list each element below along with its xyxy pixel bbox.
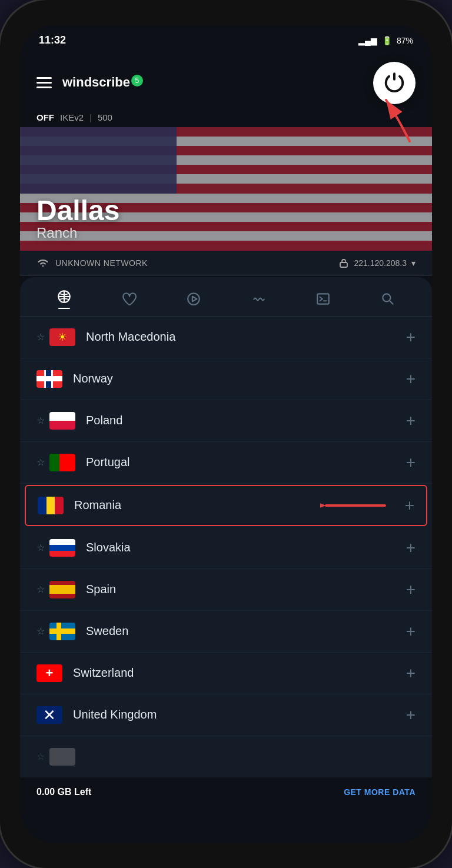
star-icon-slovakia: ☆ <box>36 542 45 553</box>
data-left: 0.00 GB Left <box>36 787 91 797</box>
star-icon-poland: ☆ <box>36 415 45 426</box>
add-spain-button[interactable]: + <box>406 581 416 598</box>
network-label: UNKNOWN NETWORK <box>55 258 148 268</box>
country-item-switzerland[interactable]: Switzerland + <box>20 653 432 694</box>
header: windscribe5 <box>20 56 432 110</box>
add-portugal-button[interactable]: + <box>406 454 416 471</box>
flag-switzerland <box>36 664 62 682</box>
tab-search[interactable] <box>374 289 401 309</box>
network-info: UNKNOWN NETWORK <box>36 258 148 268</box>
svg-point-9 <box>383 294 390 301</box>
arrow-to-power-icon <box>374 94 421 147</box>
chevron-down-icon: ▾ <box>411 258 416 268</box>
tabs-row <box>20 277 432 317</box>
notch <box>179 0 273 21</box>
country-item-united-kingdom[interactable]: United Kingdom + <box>20 694 432 736</box>
logo: windscribe5 <box>62 75 143 90</box>
flag-spain <box>49 581 75 598</box>
phone-frame: 11:32 ▂▄▆ 🔋 87% windscribe5 <box>0 0 452 868</box>
country-item-norway[interactable]: Norway + <box>20 358 432 400</box>
tab-active-indicator <box>58 308 70 309</box>
data-value: 500 <box>98 112 112 122</box>
phone-screen: 11:32 ▂▄▆ 🔋 87% windscribe5 <box>20 25 432 843</box>
country-name-poland: Poland <box>86 414 406 427</box>
battery-percent: 87% <box>397 36 413 45</box>
country-name-north-macedonia: North Macedonia <box>86 330 406 344</box>
get-more-data-button[interactable]: GET MORE DATA <box>344 787 416 797</box>
country-item-poland[interactable]: ☆ Poland + <box>20 400 432 442</box>
tab-locations[interactable] <box>51 287 78 311</box>
app-name: windscribe <box>62 75 130 90</box>
country-name-switzerland: Switzerland <box>73 666 406 680</box>
flag-portugal <box>49 454 75 471</box>
country-item-spain[interactable]: ☆ Spain + <box>20 569 432 611</box>
network-bar: UNKNOWN NETWORK 221.120.208.3 ▾ <box>20 251 432 276</box>
status-time: 11:32 <box>39 34 66 46</box>
country-item-partial: ☆ <box>20 736 432 777</box>
sub-header: OFF IKEv2 | 500 <box>20 110 432 127</box>
country-item-slovakia[interactable]: ☆ Slovakia + <box>20 527 432 569</box>
city-name: Dallas <box>36 197 119 225</box>
menu-button[interactable] <box>36 77 52 88</box>
flag-partial <box>49 748 75 766</box>
flag-norway <box>36 370 62 388</box>
country-list: ☆ North Macedonia + Norway + ☆ <box>20 317 432 777</box>
tabs-container: ☆ North Macedonia + Norway + ☆ <box>20 277 432 777</box>
country-name-united-kingdom: United Kingdom <box>73 708 406 721</box>
country-name-sweden: Sweden <box>86 624 406 638</box>
add-sweden-button[interactable]: + <box>406 623 416 640</box>
star-icon-partial: ☆ <box>36 751 45 762</box>
power-button-container <box>373 62 416 104</box>
star-icon-spain: ☆ <box>36 584 45 595</box>
tab-streaming[interactable] <box>180 289 207 309</box>
wifi-icon <box>36 258 49 268</box>
country-item-portugal[interactable]: ☆ Portugal + <box>20 442 432 484</box>
add-slovakia-button[interactable]: + <box>406 540 416 556</box>
country-name-portugal: Portugal <box>86 455 406 469</box>
flag-slovakia <box>49 539 75 557</box>
lock-icon <box>338 258 349 268</box>
status-icons: ▂▄▆ 🔋 87% <box>358 36 413 45</box>
country-name-spain: Spain <box>86 583 406 596</box>
tab-terminal[interactable] <box>310 289 337 309</box>
add-poland-button[interactable]: + <box>406 413 416 429</box>
flag-uk <box>36 706 62 724</box>
add-romania-button[interactable]: + <box>405 497 414 514</box>
footer: 0.00 GB Left GET MORE DATA <box>20 777 432 807</box>
country-item-sweden[interactable]: ☆ Sweden + <box>20 611 432 653</box>
star-icon-portugal: ☆ <box>36 457 45 468</box>
hero-text: Dallas Ranch <box>36 197 119 241</box>
svg-rect-1 <box>340 262 347 267</box>
protocol-label: IKEv2 <box>60 112 84 122</box>
star-icon-north-macedonia: ☆ <box>36 331 45 342</box>
flag-sweden <box>49 623 75 640</box>
svg-point-5 <box>188 293 200 305</box>
add-united-kingdom-button[interactable]: + <box>406 707 416 723</box>
country-item-north-macedonia[interactable]: ☆ North Macedonia + <box>20 317 432 358</box>
server-name: Ranch <box>36 225 119 241</box>
svg-line-10 <box>390 301 393 304</box>
add-switzerland-button[interactable]: + <box>406 665 416 681</box>
header-left: windscribe5 <box>36 75 143 90</box>
divider: | <box>89 112 92 122</box>
vpn-status: OFF <box>36 112 54 122</box>
tab-signal[interactable] <box>245 289 272 309</box>
star-icon-sweden: ☆ <box>36 626 45 637</box>
flag-north-macedonia <box>49 328 75 346</box>
add-north-macedonia-button[interactable]: + <box>406 329 416 345</box>
flag-poland <box>49 412 75 430</box>
status-bar: 11:32 ▂▄▆ 🔋 87% <box>20 25 432 56</box>
romania-row: Romania + <box>20 484 432 527</box>
ip-address: 221.120.208.3 <box>354 258 407 268</box>
flag-romania <box>38 497 64 514</box>
tab-favorites[interactable] <box>115 289 142 309</box>
badge-count: 5 <box>131 75 143 87</box>
add-norway-button[interactable]: + <box>406 371 416 387</box>
ip-info: 221.120.208.3 ▾ <box>338 258 416 268</box>
arrow-to-romania-icon <box>320 491 391 520</box>
battery-icon: 🔋 <box>382 36 392 45</box>
signal-strength-icon: ▂▄▆ <box>358 36 377 45</box>
svg-marker-6 <box>192 296 197 301</box>
country-name-norway: Norway <box>73 372 406 385</box>
country-name-slovakia: Slovakia <box>86 541 406 554</box>
